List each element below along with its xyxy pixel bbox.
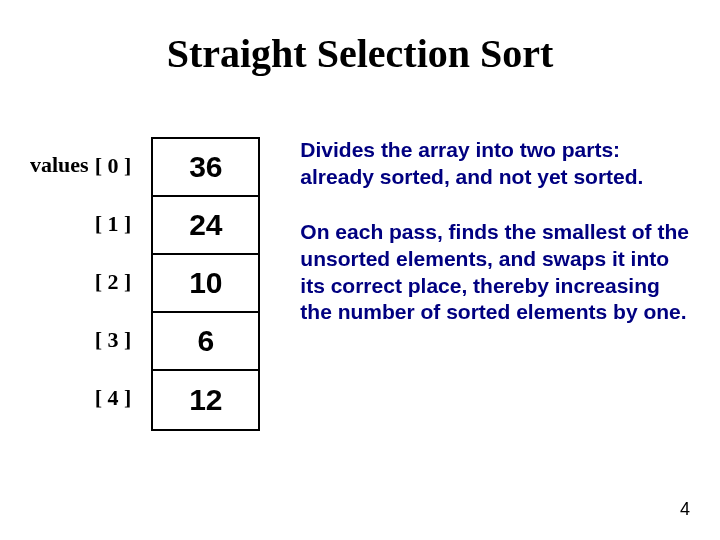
values-label: values	[30, 137, 95, 178]
array-index: [ 4 ]	[95, 369, 132, 427]
array-index: [ 3 ]	[95, 311, 132, 369]
array-cell: 12	[153, 371, 258, 429]
description-section: Divides the array into two parts: alread…	[260, 137, 690, 431]
array-cell: 24	[153, 197, 258, 255]
content-area: values [ 0 ] [ 1 ] [ 2 ] [ 3 ] [ 4 ] 36 …	[0, 77, 720, 431]
index-column: [ 0 ] [ 1 ] [ 2 ] [ 3 ] [ 4 ]	[95, 137, 152, 427]
page-title: Straight Selection Sort	[0, 0, 720, 77]
array-cell: 10	[153, 255, 258, 313]
array-index: [ 2 ]	[95, 253, 132, 311]
array-cell: 6	[153, 313, 258, 371]
array-section: values [ 0 ] [ 1 ] [ 2 ] [ 3 ] [ 4 ] 36 …	[30, 137, 260, 431]
description-paragraph-1: Divides the array into two parts: alread…	[300, 137, 690, 191]
description-paragraph-2: On each pass, finds the smallest of the …	[300, 219, 690, 327]
array-box: 36 24 10 6 12	[151, 137, 260, 431]
page-number: 4	[680, 499, 690, 520]
array-index: [ 1 ]	[95, 195, 132, 253]
array-index: [ 0 ]	[95, 137, 132, 195]
array-cell: 36	[153, 139, 258, 197]
